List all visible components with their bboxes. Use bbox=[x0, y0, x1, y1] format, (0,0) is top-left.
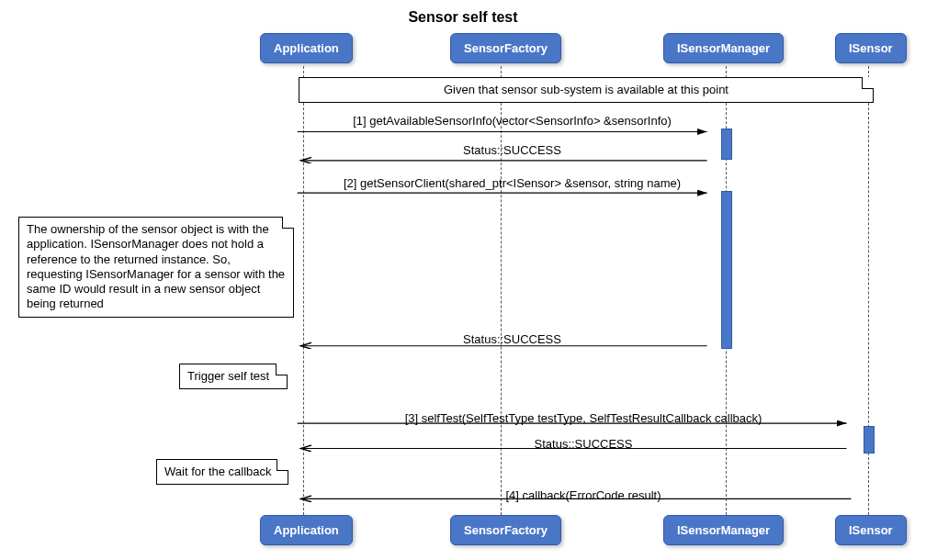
note-fold-icon bbox=[282, 217, 294, 229]
participant-application-bottom: Application bbox=[260, 515, 353, 545]
note-given-text: Given that sensor sub-system is availabl… bbox=[444, 83, 728, 96]
participant-application-top: Application bbox=[260, 33, 353, 63]
note-fold-icon bbox=[862, 77, 874, 89]
note-fold-icon bbox=[276, 364, 288, 375]
participant-isensormanager-bottom: ISensorManager bbox=[663, 515, 784, 545]
note-wait-text: Wait for the callback bbox=[164, 465, 272, 478]
participant-isensor-bottom: ISensor bbox=[835, 515, 907, 545]
sequence-diagram: Application SensorFactory ISensorManager… bbox=[9, 33, 917, 547]
note-trigger-text: Trigger self test bbox=[187, 369, 269, 383]
label-r1: Status::SUCCESS bbox=[303, 143, 721, 157]
label-m4: [4] callback(ErrorCode result) bbox=[303, 488, 864, 502]
label-r2: Status::SUCCESS bbox=[303, 332, 721, 346]
participant-isensormanager-top: ISensorManager bbox=[663, 33, 784, 63]
activation-manager-2 bbox=[721, 191, 732, 349]
activation-manager-1 bbox=[721, 129, 732, 160]
note-wait: Wait for the callback bbox=[156, 459, 288, 485]
note-fold-icon bbox=[277, 459, 288, 471]
participant-sensorfactory-bottom: SensorFactory bbox=[450, 515, 561, 545]
label-r3: Status::SUCCESS bbox=[303, 437, 864, 451]
note-given: Given that sensor sub-system is availabl… bbox=[299, 77, 874, 103]
note-trigger: Trigger self test bbox=[179, 364, 288, 389]
activation-sensor-1 bbox=[864, 426, 875, 454]
note-ownership-text: The ownership of the sensor object is wi… bbox=[27, 222, 285, 310]
label-m1: [1] getAvailableSensorInfo(vector<Sensor… bbox=[303, 114, 721, 128]
participant-sensorfactory-top: SensorFactory bbox=[450, 33, 561, 63]
diagram-title: Sensor self test bbox=[9, 9, 917, 26]
note-ownership: The ownership of the sensor object is wi… bbox=[18, 217, 294, 318]
label-m2: [2] getSensorClient(shared_ptr<ISensor> … bbox=[303, 176, 721, 190]
participant-isensor-top: ISensor bbox=[835, 33, 907, 63]
label-m3: [3] selfTest(SelfTestType testType, Self… bbox=[303, 411, 864, 425]
